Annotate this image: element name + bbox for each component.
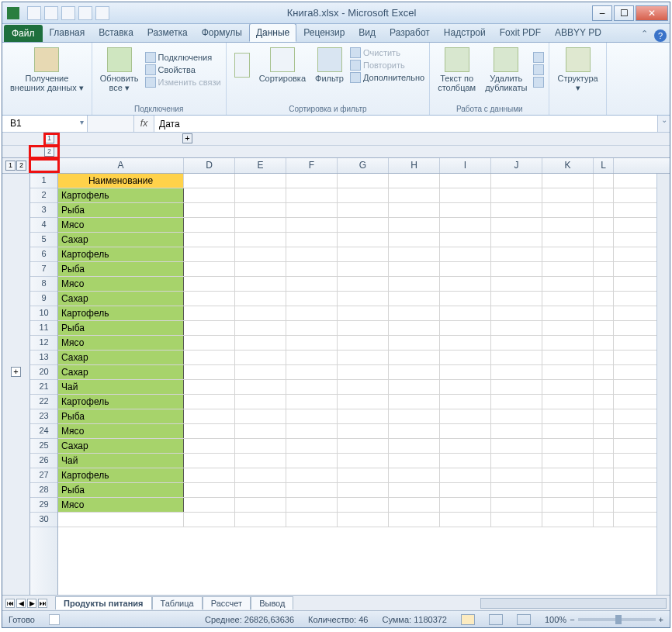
cell[interactable] [389, 468, 440, 482]
cell[interactable] [389, 203, 440, 217]
cell[interactable] [594, 321, 614, 335]
qat-redo-icon[interactable] [61, 6, 75, 20]
qat-undo-icon[interactable] [44, 6, 58, 20]
cell[interactable] [338, 233, 389, 247]
cell[interactable] [184, 351, 235, 364]
cell[interactable]: Мясо [58, 498, 184, 512]
row-header[interactable]: 28 [30, 483, 57, 498]
cell[interactable] [338, 188, 389, 202]
cell[interactable] [184, 454, 235, 468]
advanced-filter-button[interactable]: Дополнительно [350, 72, 424, 83]
cell[interactable] [594, 247, 614, 261]
view-normal-icon[interactable] [461, 614, 475, 625]
cell[interactable] [286, 513, 338, 527]
cell[interactable] [235, 395, 286, 409]
cell[interactable] [491, 218, 542, 232]
cell[interactable] [594, 203, 614, 217]
cell[interactable] [184, 321, 235, 335]
zoom-control[interactable]: 100% −+ [545, 615, 663, 624]
cell[interactable] [338, 483, 389, 497]
cell[interactable] [440, 483, 491, 497]
sort-button[interactable]: Сортировка [256, 46, 309, 85]
cell[interactable] [542, 262, 594, 276]
cell[interactable] [235, 292, 286, 306]
cell[interactable] [594, 351, 614, 364]
cell[interactable] [542, 247, 594, 261]
cell[interactable] [389, 306, 440, 320]
cell[interactable] [594, 365, 614, 379]
col-header-H[interactable]: H [389, 158, 440, 173]
cell[interactable] [491, 306, 542, 320]
col-outline-level-1[interactable]: 1 [44, 133, 54, 143]
cell[interactable] [184, 247, 235, 261]
minimize-ribbon-icon[interactable]: ⌃ [638, 26, 651, 42]
cell[interactable] [542, 483, 594, 497]
cell[interactable] [286, 277, 338, 291]
minimize-button[interactable]: – [592, 5, 612, 21]
cell[interactable] [338, 203, 389, 217]
cell[interactable] [542, 174, 594, 188]
row-outline-level-2[interactable]: 2 [16, 161, 26, 171]
cell[interactable] [389, 351, 440, 364]
cell[interactable] [338, 321, 389, 335]
formula-expand-icon[interactable]: ⌄ [657, 116, 670, 132]
cell[interactable] [594, 454, 614, 468]
formula-input[interactable] [154, 116, 657, 132]
cell[interactable] [542, 468, 594, 482]
cell[interactable] [594, 306, 614, 320]
cell[interactable]: Сахар [58, 351, 184, 364]
cell[interactable] [491, 483, 542, 497]
cell[interactable] [389, 233, 440, 247]
cell[interactable] [286, 483, 338, 497]
cell[interactable] [491, 292, 542, 306]
col-header-L[interactable]: L [594, 158, 614, 173]
cell[interactable] [440, 174, 491, 188]
cell[interactable] [542, 321, 594, 335]
cells-area[interactable]: НаименованиеКартофельРыбаМясоСахарКартоф… [58, 174, 670, 595]
cell[interactable] [286, 188, 338, 202]
select-all-triangle[interactable] [30, 158, 58, 173]
cell[interactable] [491, 454, 542, 468]
cell[interactable] [491, 174, 542, 188]
cell[interactable] [338, 174, 389, 188]
cell[interactable] [440, 336, 491, 350]
cell[interactable] [389, 483, 440, 497]
cell[interactable] [440, 439, 491, 453]
cell[interactable] [389, 218, 440, 232]
cell[interactable] [235, 351, 286, 364]
sheet-tab-active[interactable]: Продукты питания [55, 596, 152, 610]
col-header-E[interactable]: E [235, 158, 286, 173]
cell[interactable] [440, 292, 491, 306]
get-external-data-button[interactable]: Получение внешних данных ▾ [7, 46, 87, 94]
cell[interactable] [184, 233, 235, 247]
cell[interactable] [184, 483, 235, 497]
cell[interactable] [440, 277, 491, 291]
cell[interactable] [184, 365, 235, 379]
cell[interactable] [389, 336, 440, 350]
cell[interactable] [286, 233, 338, 247]
fx-icon[interactable]: fx [134, 116, 154, 132]
cell[interactable] [184, 498, 235, 512]
cell[interactable] [594, 380, 614, 394]
cell[interactable] [389, 174, 440, 188]
cell[interactable] [338, 498, 389, 512]
cell[interactable] [594, 292, 614, 306]
row-header[interactable]: 30 [30, 513, 57, 527]
cell[interactable] [184, 203, 235, 217]
cell[interactable] [594, 277, 614, 291]
view-pagebreak-icon[interactable] [517, 614, 531, 625]
cell[interactable]: Мясо [58, 218, 184, 232]
cell[interactable] [440, 424, 491, 438]
cell[interactable] [184, 188, 235, 202]
properties-button[interactable]: Свойства [145, 64, 221, 75]
tab-data[interactable]: Данные [249, 23, 296, 42]
cell[interactable]: Сахар [58, 292, 184, 306]
cell[interactable] [440, 454, 491, 468]
cell[interactable] [286, 292, 338, 306]
remove-duplicates-button[interactable]: Удалить дубликаты [482, 46, 530, 94]
cell[interactable]: Сахар [58, 365, 184, 379]
filter-button[interactable]: Фильтр [312, 46, 347, 85]
cell[interactable]: Чай [58, 380, 184, 394]
cell[interactable]: Сахар [58, 233, 184, 247]
cell[interactable] [440, 262, 491, 276]
